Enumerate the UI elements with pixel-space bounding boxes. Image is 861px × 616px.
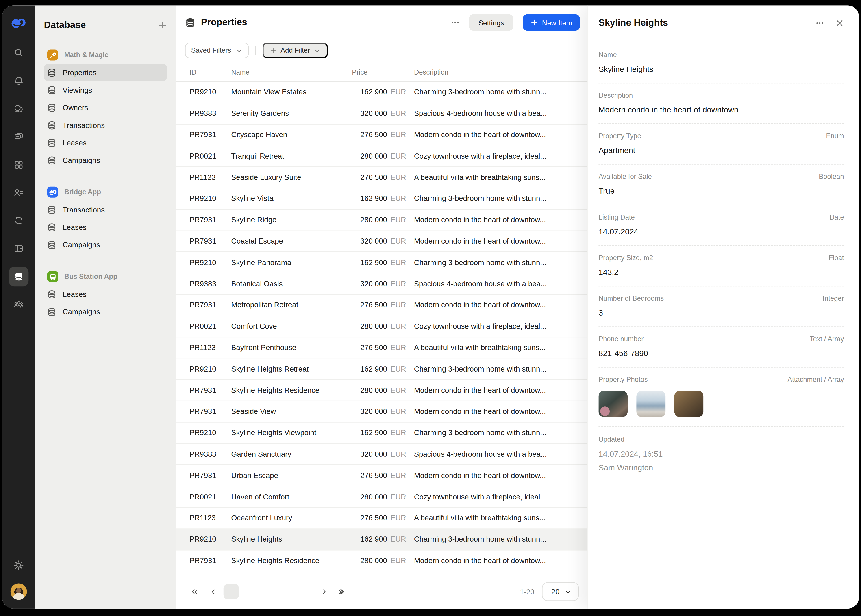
table-row[interactable]: PR7931 Seaside View 320 000 EUR Modern c… <box>176 401 588 423</box>
row-name: Skyline Vista <box>231 195 352 203</box>
table-row[interactable]: PR7931 Metropolitan Retreat 276 500 EUR … <box>176 295 588 316</box>
field-value[interactable]: True <box>598 187 844 195</box>
user-avatar[interactable] <box>11 583 27 600</box>
page-number-button[interactable] <box>224 584 239 599</box>
database-nav-icon[interactable] <box>9 267 28 286</box>
first-page-icon[interactable] <box>186 584 203 599</box>
team-users-icon[interactable] <box>9 295 28 314</box>
sidebar-item-table[interactable]: Transactions <box>44 116 167 134</box>
previous-page-icon[interactable] <box>205 584 221 599</box>
apps-grid-icon[interactable] <box>9 155 28 174</box>
saved-filters-dropdown[interactable]: Saved Filters <box>185 43 249 58</box>
table-row[interactable]: PR9383 Serenity Gardens 320 000 EUR Spac… <box>176 103 588 124</box>
table-row[interactable]: PR9210 Skyline Heights Retreat 162 900 E… <box>176 358 588 380</box>
next-page-icon[interactable] <box>316 584 332 599</box>
add-filter-dropdown[interactable]: Add Filter <box>262 43 328 58</box>
sidebar-title: Database <box>44 20 86 31</box>
add-app-button[interactable] <box>158 21 167 30</box>
record-menu-icon[interactable] <box>815 19 824 27</box>
page-number-button[interactable] <box>298 584 314 599</box>
field-value[interactable]: Skyline Heights <box>598 65 844 74</box>
last-page-icon[interactable] <box>332 584 349 599</box>
page-size-dropdown[interactable]: 20 <box>542 582 579 601</box>
row-price: 162 900 <box>352 429 387 437</box>
sidebar-item-table[interactable]: Leases <box>44 134 167 151</box>
updated-block: Updated 14.07.2024, 16:51 Sam Warington <box>598 427 844 472</box>
table-row[interactable]: PR1123 Seaside Luxury Suite 276 500 EUR … <box>176 167 588 188</box>
app-logo-icon[interactable] <box>9 13 28 33</box>
database-sidebar: Database <box>35 5 176 608</box>
sidebar-app[interactable]: Math & Magic <box>44 46 167 64</box>
page-number-button[interactable] <box>261 584 276 599</box>
field-value[interactable]: Modern condo in the heart of downtown <box>598 105 844 114</box>
table-row[interactable]: PR7931 Oceanview Retreat 320 000 EUR Mod… <box>176 571 588 578</box>
app-icon <box>47 49 58 60</box>
field-value[interactable]: 14.07.2024 <box>598 227 844 236</box>
column-id[interactable]: ID <box>189 69 231 76</box>
table-row[interactable]: PR7931 Skyline Heights Residence 280 000… <box>176 380 588 401</box>
property-photo-thumbnail[interactable] <box>674 391 704 417</box>
row-price: 320 000 <box>352 450 387 458</box>
table-row[interactable]: PR0021 Comfort Cove 280 000 EUR Cozy tow… <box>176 316 588 337</box>
property-photo-thumbnail[interactable] <box>636 391 666 417</box>
sidebar-item-table[interactable]: Properties <box>44 64 167 81</box>
field-value[interactable]: 821-456-7890 <box>598 349 844 358</box>
messages-chat-icon[interactable] <box>9 99 28 119</box>
row-name: Skyline Panorama <box>231 258 352 267</box>
table-row[interactable]: PR9210 Skyline Panorama 162 900 EUR Char… <box>176 252 588 273</box>
row-currency: EUR <box>387 556 404 565</box>
column-description[interactable]: Description <box>404 69 587 76</box>
field-value[interactable]: 3 <box>598 308 844 317</box>
filter-divider <box>255 46 256 55</box>
sidebar-app[interactable]: Bridge App <box>44 183 167 201</box>
field-value[interactable]: Apartment <box>598 146 844 155</box>
property-photo-thumbnail[interactable] <box>598 391 628 417</box>
table-row[interactable]: PR9383 Garden Sanctuary 320 000 EUR Spac… <box>176 444 588 465</box>
search-icon[interactable] <box>9 43 28 63</box>
table-row[interactable]: PR1123 Oceanfront Luxury 276 500 EUR A b… <box>176 508 588 529</box>
row-currency: EUR <box>387 109 404 118</box>
new-item-button[interactable]: New Item <box>523 14 580 31</box>
notifications-bell-icon[interactable] <box>9 71 28 91</box>
sidebar-item-table[interactable]: Campaigns <box>44 303 167 321</box>
sidebar-item-table[interactable]: Owners <box>44 99 167 116</box>
sidebar-item-table[interactable]: Leases <box>44 218 167 236</box>
sidebar-item-table[interactable]: Viewings <box>44 81 167 99</box>
documents-icon[interactable] <box>9 127 28 146</box>
settings-gear-icon[interactable] <box>9 555 28 575</box>
table-row[interactable]: PR9383 Botanical Oasis 320 000 EUR Spaci… <box>176 273 588 295</box>
table-row[interactable]: PR9210 Skyline Heights Viewpoint 162 900… <box>176 423 588 444</box>
board-icon[interactable] <box>9 239 28 258</box>
row-name: Haven of Comfort <box>231 492 352 501</box>
close-icon[interactable] <box>835 19 844 27</box>
column-name[interactable]: Name <box>231 69 352 76</box>
table-row[interactable]: PR9210 Mountain View Estates 162 900 EUR… <box>176 82 588 103</box>
contacts-list-icon[interactable] <box>9 183 28 203</box>
row-currency: EUR <box>387 514 404 522</box>
table-menu-icon[interactable] <box>451 18 460 27</box>
table-row[interactable]: PR0021 Tranquil Retreat 280 000 EUR Cozy… <box>176 146 588 167</box>
automation-sync-icon[interactable] <box>9 211 28 230</box>
settings-button[interactable]: Settings <box>469 14 513 31</box>
table-row[interactable]: PR9210 Skyline Vista 162 900 EUR Charmin… <box>176 188 588 209</box>
table-row[interactable]: PR9210 Skyline Heights 162 900 EUR Charm… <box>176 529 588 550</box>
photos-field: Property Photos Attachment / Array <box>598 368 844 427</box>
row-id: PR7931 <box>189 301 231 309</box>
table-row[interactable]: PR1123 Bayfront Penthouse 276 500 EUR A … <box>176 337 588 358</box>
sidebar-item-table[interactable]: Campaigns <box>44 151 167 169</box>
row-name: Botanical Oasis <box>231 280 352 288</box>
sidebar-item-table[interactable]: Leases <box>44 285 167 303</box>
column-price[interactable]: Price <box>352 69 387 76</box>
table-row[interactable]: PR7931 Skyline Ridge 280 000 EUR Modern … <box>176 209 588 231</box>
table-row[interactable]: PR7931 Cityscape Haven 276 500 EUR Moder… <box>176 124 588 146</box>
row-name: Garden Sanctuary <box>231 450 352 458</box>
table-row[interactable]: PR7931 Skyline Heights Residence 280 000… <box>176 550 588 571</box>
table-row[interactable]: PR7931 Urban Escape 276 500 EUR Modern c… <box>176 465 588 486</box>
table-row[interactable]: PR0021 Haven of Comfort 280 000 EUR Cozy… <box>176 486 588 508</box>
sidebar-item-table[interactable]: Campaigns <box>44 236 167 253</box>
sidebar-app[interactable]: Bus Station App <box>44 268 167 285</box>
field-value[interactable]: 143.2 <box>598 268 844 277</box>
page-number-button[interactable] <box>242 584 258 599</box>
table-row[interactable]: PR7931 Coastal Escape 320 000 EUR Modern… <box>176 231 588 252</box>
sidebar-item-table[interactable]: Transactions <box>44 201 167 218</box>
